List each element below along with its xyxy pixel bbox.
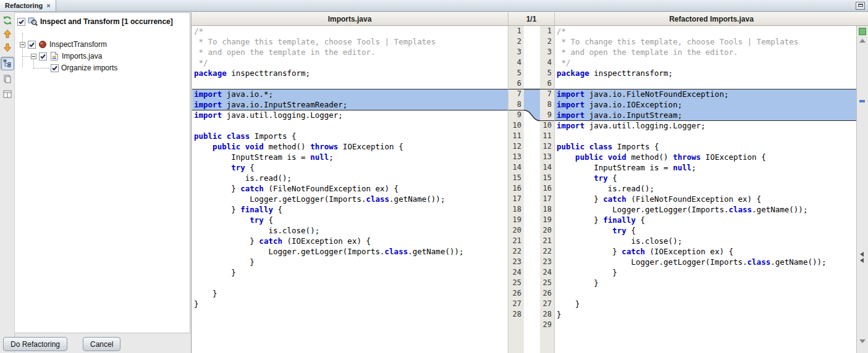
code-line: [192, 78, 508, 89]
line-number: 9: [508, 110, 521, 120]
code-line: public class Imports {: [192, 131, 508, 141]
code-line: Logger.getLogger(Imports.class.getName()…: [192, 246, 508, 257]
line-number: 26: [540, 288, 552, 299]
line-number: 25: [508, 278, 521, 288]
right-file-title: Refactored Imports.java: [555, 12, 868, 25]
logical-view-button[interactable]: [1, 57, 14, 70]
code-line: is.read();: [555, 183, 856, 194]
code-line: }: [192, 288, 508, 299]
checkbox-checked[interactable]: [28, 41, 36, 49]
error-stripe-scrollbar[interactable]: [856, 26, 868, 353]
scroll-up-icon[interactable]: [859, 39, 866, 43]
code-line: InputStream is = null;: [192, 152, 508, 162]
tree-node-inspecttransform[interactable]: InspectTransform: [20, 39, 107, 50]
collapse-expander-icon[interactable]: [31, 54, 36, 59]
line-number: 22: [540, 246, 552, 257]
code-line: [555, 78, 856, 89]
line-number: 17: [540, 194, 552, 204]
line-number: 17: [508, 194, 521, 204]
line-number: 16: [540, 183, 552, 194]
line-number: 13: [508, 152, 521, 162]
splitter-collapse-icon[interactable]: [860, 252, 864, 264]
tree-node-imports-java[interactable]: Imports.java: [31, 51, 102, 62]
code-line: import java.io.*;: [192, 89, 508, 99]
line-number: 23: [508, 257, 521, 267]
logical-view-icon: [2, 59, 12, 69]
tree-node-organize-imports[interactable]: Organize imports: [51, 62, 117, 73]
columns-view-icon: [2, 89, 12, 99]
line-number: 27: [508, 299, 521, 309]
tree-node-label: Organize imports: [61, 64, 117, 72]
code-line: import java.io.FileNotFoundException;: [555, 89, 856, 99]
line-number: 6: [508, 78, 521, 89]
line-number: 15: [508, 173, 521, 183]
next-occurrence-button[interactable]: [1, 41, 14, 54]
check-icon: [51, 65, 58, 72]
code-line: * To change this template, choose Tools …: [192, 36, 508, 47]
code-line: is.read();: [192, 173, 508, 183]
refactoring-toolbar: [0, 12, 15, 353]
code-line: is.close();: [555, 236, 856, 246]
code-line: import java.util.logging.Logger;: [555, 120, 856, 131]
left-editor[interactable]: /* * To change this template, choose Too…: [192, 26, 508, 353]
code-line: }: [555, 299, 856, 309]
scroll-down-icon[interactable]: [859, 339, 866, 343]
check-icon: [40, 53, 46, 60]
line-number: 23: [540, 257, 552, 267]
panel-divider[interactable]: [191, 12, 192, 353]
code-line: } catch (IOException ex) {: [192, 236, 508, 246]
previous-occurrence-button[interactable]: [1, 27, 14, 41]
titlebar: Refactoring ×: [0, 0, 868, 12]
checkbox-checked[interactable]: [51, 64, 59, 72]
line-number: 19: [508, 215, 521, 225]
code-line: [192, 120, 508, 131]
line-number: 26: [508, 288, 521, 299]
code-line: try {: [192, 215, 508, 225]
code-line: Logger.getLogger(Imports.class.getName()…: [555, 204, 856, 215]
tree-guide-line: [22, 56, 31, 57]
code-line: [192, 309, 508, 320]
tab-refactoring[interactable]: Refactoring ×: [0, 0, 56, 11]
line-number: 3: [508, 47, 521, 57]
line-number: 24: [540, 267, 552, 278]
code-line: } finally {: [555, 215, 856, 225]
code-line: }: [192, 299, 508, 309]
window-minimize-button[interactable]: [856, 2, 865, 10]
tree-node-label: Imports.java: [62, 52, 102, 60]
code-line: import java.io.InputStream;: [555, 110, 856, 120]
line-number: 10: [540, 120, 552, 131]
collapse-expander-icon[interactable]: [20, 42, 25, 48]
columns-view-button[interactable]: [1, 88, 14, 101]
checkbox-checked[interactable]: [17, 18, 25, 26]
diff-boundary-line: [508, 89, 524, 89]
line-number: 29: [540, 320, 552, 330]
right-editor[interactable]: /* * To change this template, choose Too…: [555, 26, 856, 353]
code-line: package inspecttransform;: [192, 68, 508, 78]
tree-node-inspect-and-transform[interactable]: Inspect and Transform [1 occurrence]: [17, 16, 173, 27]
tab-close-icon[interactable]: ×: [46, 2, 50, 9]
line-number: 14: [508, 162, 521, 173]
code-line: import java.io.IOException;: [555, 99, 856, 110]
refresh-button[interactable]: [1, 14, 14, 27]
do-refactoring-button[interactable]: Do Refactoring: [3, 337, 67, 351]
checkbox-checked[interactable]: [39, 52, 47, 60]
code-line: }: [192, 257, 508, 267]
line-number: 27: [540, 299, 552, 309]
code-line: public class Imports {: [555, 141, 856, 152]
line-number: 13: [540, 152, 552, 162]
line-number: 25: [540, 278, 552, 288]
code-line: [555, 320, 856, 330]
line-number: 8: [508, 99, 521, 110]
line-number: 22: [508, 246, 521, 257]
physical-view-button[interactable]: [1, 72, 14, 86]
line-number: 12: [540, 141, 552, 152]
cancel-button[interactable]: Cancel: [83, 337, 120, 351]
code-line: import java.util.logging.Logger;: [192, 110, 508, 120]
inspect-transform-icon: [28, 17, 38, 27]
line-number: 20: [508, 225, 521, 236]
code-line: public void method() throws IOException …: [192, 141, 508, 152]
line-number: 21: [508, 236, 521, 246]
line-number: 10: [508, 120, 521, 131]
diff-change-mark[interactable]: [859, 100, 865, 102]
java-file-icon: [49, 51, 59, 61]
